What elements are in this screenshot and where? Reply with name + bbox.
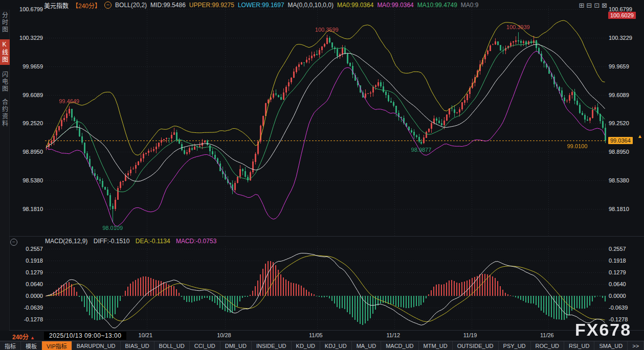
collapse-macd-panel-icon[interactable]	[10, 239, 17, 246]
x-axis-label: 10/28	[217, 332, 231, 338]
y-axis-label: 100.3229	[13, 35, 43, 41]
macd-axis-label: 0.0000	[13, 293, 43, 299]
macd-chart[interactable]	[45, 246, 606, 330]
macd-axis-label: 0.0000	[609, 293, 626, 299]
toolbar-tab-5[interactable]: BIAS_UD	[121, 341, 154, 350]
toolbar-tab-19[interactable]: SMA_UD	[594, 341, 628, 350]
price-annotation: 100.3599	[314, 27, 340, 33]
macd-axis-label: 0.0640	[13, 281, 43, 287]
y-axis-label: 99.2520	[609, 120, 629, 126]
macd-axis-label: -0.0639	[13, 305, 43, 311]
timeframe-label: 240分	[12, 332, 35, 341]
toolbar-tab-6[interactable]: BOLL_UD	[154, 341, 190, 350]
main-price-chart[interactable]	[45, 6, 606, 237]
y-axis-label: 98.1810	[609, 206, 629, 212]
price-annotation: 98.0109	[99, 225, 126, 231]
toolbar-tab-3[interactable]: VIP指标	[42, 341, 72, 350]
bar-time-range[interactable]: 2025/10/13 09:00~13:00	[44, 332, 126, 340]
timeframe-up-arrow-icon	[30, 335, 35, 340]
y-axis-label: 98.8950	[609, 149, 629, 155]
x-axis-label: 11/26	[540, 332, 554, 338]
y-axis-label: 99.9659	[13, 63, 43, 69]
x-axis-label: 11/05	[309, 332, 323, 338]
macd-legend: MACD(26,12,9) DIFF:-0.1510 DEA:-0.1134 M…	[45, 238, 220, 245]
price-annotation: 99.4649	[56, 98, 82, 104]
y-axis-label: 98.8950	[13, 149, 43, 155]
macd-axis-label: 0.1279	[13, 269, 43, 275]
indicator-toolbar: 指标模板VIP指标BARUPDN_UDBIAS_UDBOLL_UDCCI_UDD…	[0, 341, 644, 350]
macd-axis-label: 0.1918	[609, 258, 626, 264]
macd-axis-label: 0.0640	[609, 281, 626, 287]
toolbar-tab-15[interactable]: OUTSIDE_UD	[453, 341, 499, 350]
x-axis-label: 11/19	[463, 332, 477, 338]
y-axis-label: 100.6799	[13, 6, 43, 12]
y-axis-label: 98.5380	[13, 177, 43, 183]
macd-axis-label: 0.2557	[13, 246, 43, 252]
toolbar-tab-20[interactable]: >>	[628, 341, 644, 350]
toolbar-tab-11[interactable]: KDJ_UD	[320, 341, 352, 350]
toolbar-tab-4[interactable]: BARUPDN_UD	[72, 341, 121, 350]
y-axis-label: 98.5380	[609, 177, 629, 183]
toolbar-tab-8[interactable]: DMI_UD	[220, 341, 252, 350]
toolbar-tab-12[interactable]: MA_UD	[352, 341, 382, 350]
toolbar-tab-1[interactable]: 指标	[0, 341, 21, 350]
macd-axis-label: -0.1278	[13, 316, 43, 322]
price-annotation: 100.3939	[505, 24, 531, 30]
y-axis-label: 99.6089	[609, 92, 629, 98]
toolbar-tab-9[interactable]: INSIDE_UD	[252, 341, 292, 350]
sidebar-tab-1[interactable]: 分时图	[1, 12, 9, 33]
toolbar-tab-13[interactable]: MACD_UD	[381, 341, 418, 350]
toolbar-tab-16[interactable]: PSY_UD	[499, 341, 531, 350]
panel-divider	[9, 330, 644, 331]
macd-axis-label: -0.0639	[609, 305, 628, 311]
toolbar-tab-7[interactable]: CCI_UD	[190, 341, 220, 350]
sidebar-tab-3[interactable]: 闪电图	[1, 71, 9, 92]
macd-label: MACD(26,12,9)	[45, 238, 87, 245]
toolbar-tab-17[interactable]: ROC_UD	[531, 341, 564, 350]
y-axis-label: 99.6089	[13, 92, 43, 98]
x-axis-label: 10/21	[139, 332, 153, 338]
toolbar-tab-18[interactable]: RSI_UD	[564, 341, 594, 350]
price-annotation: 98.9877	[408, 147, 434, 153]
sidebar-tab-4[interactable]: 合约资料	[1, 99, 9, 127]
macd-axis-label: 0.1918	[13, 258, 43, 264]
macd-macd-value: MACD:-0.0753	[176, 238, 216, 245]
sidebar-tab-2[interactable]: K线图	[0, 39, 10, 65]
panel-divider	[9, 236, 644, 237]
x-axis-label: 11/12	[386, 332, 400, 338]
macd-diff-value: DIFF:-0.1510	[94, 238, 130, 245]
macd-axis-label: 0.1279	[609, 269, 626, 275]
current-price-badge: 99.0364	[608, 137, 633, 144]
y-axis-label: 100.3229	[609, 35, 632, 41]
macd-dea-value: DEA:-0.1134	[136, 238, 170, 245]
toolbar-tab-2[interactable]: 模板	[21, 341, 42, 350]
y-axis-label: 99.2520	[13, 120, 43, 126]
trading-app-window: 美元指数 【240分】 BOLL(20,2) MID:99.5486 UPPER…	[0, 0, 644, 350]
toolbar-tab-10[interactable]: KD_UD	[292, 341, 320, 350]
chart-type-sidebar: 分时图K线图闪电图合约资料	[0, 10, 10, 331]
toolbar-tab-14[interactable]: MTM_UD	[419, 341, 453, 350]
y-axis-label: 99.9659	[609, 63, 629, 69]
watermark: FX678	[575, 320, 631, 340]
price-annotation: 99.0100	[559, 143, 588, 149]
price-up-arrow-icon	[637, 133, 642, 139]
session-high-badge: 100.6029	[608, 12, 636, 19]
y-axis-label: 98.1810	[13, 206, 43, 212]
macd-axis-label: 0.2557	[609, 246, 626, 252]
y-axis-label: 100.6799	[609, 6, 632, 12]
